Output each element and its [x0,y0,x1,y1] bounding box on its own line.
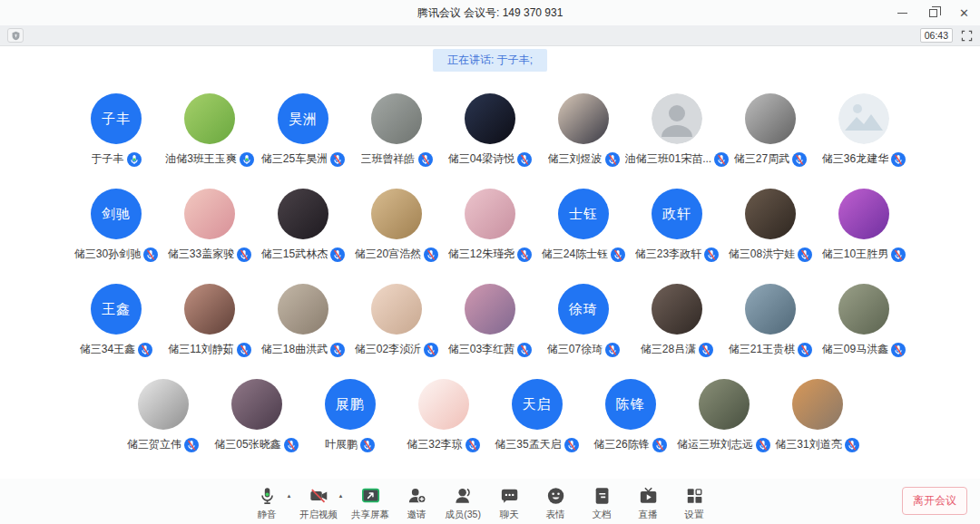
toolbar-video-button[interactable]: 开启视频 [296,485,342,521]
participant-tile[interactable]: 陈锋 储三26陈锋 [583,379,677,451]
toolbar-mute-button[interactable]: 静音 [244,485,290,521]
participant-tile[interactable]: 储三09马洪鑫 [818,284,911,356]
participant-tile[interactable]: 储三12朱瑾尧 [444,189,537,261]
avatar-photo [231,379,282,430]
participant-tile[interactable]: 储三21王贵棋 [724,284,818,356]
toolbar-label: 静音 [258,509,277,521]
participant-tile[interactable]: 油储三班01宋苗... [631,93,724,166]
toolbar-docs-button[interactable]: 文档 [579,485,625,521]
participant-tile[interactable]: 展鹏 叶展鹏 [303,379,397,451]
participant-tile[interactable]: 储三08洪宁娃 [724,189,818,261]
participant-tile[interactable]: 王鑫 储三34王鑫 [70,284,163,356]
participant-tile[interactable]: 政轩 储三23李政轩 [631,189,724,261]
participant-tile[interactable]: 储三33盖家骏 [163,189,257,261]
participant-name: 储三07徐琦 [547,342,603,357]
participant-tile[interactable]: 储三20宫浩然 [350,189,444,261]
participant-name-row: 储三23李政轩 [635,247,719,262]
mic-muted-icon [845,438,859,452]
participant-tile[interactable]: 储三31刘道亮 [770,379,864,451]
participant-name: 储三刘煜波 [548,151,603,167]
security-shield-icon[interactable] [7,28,24,43]
participant-name-row: 储三10王胜男 [822,247,906,262]
participant-name-row: 储三27周武 [734,151,807,167]
toolbar-video-options-caret[interactable]: ▲ [335,493,348,499]
avatar-initials-text: 昊洲 [289,111,318,128]
toolbar-label: 聊天 [500,509,519,521]
participant-tile[interactable]: 子丰 于子丰 [70,93,163,166]
toolbar-chat-button[interactable]: 聊天 [486,485,533,521]
participant-name: 储三30孙剑驰 [74,247,141,262]
minimize-icon[interactable] [897,13,907,14]
participant-tile[interactable]: 储三32李琼 [397,379,490,451]
participant-tile[interactable]: 储三贺立伟 [116,379,210,451]
participant-name: 储三33盖家骏 [168,247,234,262]
toolbar-mute-options-caret[interactable]: ▲ [283,493,296,499]
participant-name-row: 储三11刘静茹 [168,342,250,357]
participant-tile[interactable]: 储三15武林杰 [257,189,350,261]
mic-muted-icon [704,247,719,262]
participant-tile[interactable]: 储三11刘静茹 [163,284,257,356]
speaking-notification: 正在讲话: 于子丰; [433,49,547,72]
avatar-initials-text: 徐琦 [569,301,598,318]
participant-tile[interactable]: 储三刘煜波 [537,93,631,166]
participant-name: 储三24陈士钰 [542,247,608,262]
participant-tile[interactable]: 储三04梁诗悦 [444,93,537,166]
toolbar-share-button[interactable]: 共享屏幕 [348,485,394,521]
mic-muted-icon [517,247,532,262]
avatar-photo [699,379,750,430]
mic-muted-icon [891,152,906,167]
participant-tile[interactable]: 士钰 储三24陈士钰 [537,189,631,261]
participant-name: 储三08洪宁娃 [729,247,795,262]
avatar-initials: 王鑫 [91,284,142,335]
avatar-initials-text: 天启 [523,396,552,413]
participant-name-row: 三班曾祥皓 [361,151,433,167]
avatar-placeholder-landscape [838,93,889,144]
toolbar-invite-button[interactable]: 邀请 [394,485,440,521]
participant-tile[interactable]: 储三05张晓鑫 [210,379,303,451]
avatar-initials: 陈锋 [605,379,656,430]
close-icon[interactable]: ✕ [959,7,969,19]
avatar-initials: 子丰 [91,93,142,144]
share-screen-icon [360,485,380,507]
participant-tile[interactable]: 昊洲 储三25车昊洲 [257,93,350,166]
participant-tile[interactable]: 储三03李红茜 [444,284,537,356]
participant-tile[interactable]: 储运三班刘志远 [677,379,770,451]
participant-name: 储三02李浈沂 [355,342,421,357]
participant-name-row: 储三贺立伟 [127,437,199,452]
toolbar-members-button[interactable]: 成员(35) [440,485,486,521]
mic-muted-icon [184,438,199,452]
participant-name-row: 储三15武林杰 [261,247,345,262]
participant-name: 储三34王鑫 [80,342,135,357]
participant-name-row: 储三28吕潇 [641,342,713,357]
fullscreen-icon[interactable] [961,30,973,42]
toolbar-emoji-button[interactable]: 表情 [533,485,579,521]
participant-tile[interactable]: 储三36龙建华 [818,93,911,166]
toolbar-settings-button[interactable]: 设置 [671,485,718,521]
avatar-photo [465,93,515,144]
participant-name: 储三11刘静茹 [168,342,233,357]
toolbar-label: 邀请 [407,509,426,521]
avatar-photo [371,93,422,144]
participant-tile[interactable]: 剑驰 储三30孙剑驰 [70,189,163,261]
avatar-photo [371,189,422,239]
participant-tile[interactable]: 储三27周武 [724,93,818,166]
participant-tile[interactable]: 储三10王胜男 [818,189,911,261]
restore-icon[interactable] [929,9,937,17]
participant-tile[interactable]: 储三02李浈沂 [350,284,444,356]
participant-name-row: 油储三班01宋苗... [625,151,729,167]
participant-tile[interactable]: 徐琦 储三07徐琦 [537,284,631,356]
participant-tile[interactable]: 天启 储三35孟天启 [490,379,583,451]
mic-muted-icon [891,247,906,262]
participant-name: 储三23李政轩 [635,247,701,262]
leave-meeting-button[interactable]: 离开会议 [902,487,967,515]
settings-icon [684,485,704,507]
main-area: 正在讲话: 于子丰; 子丰 于子丰 油储3班王玉爽 昊洲 储三25车昊洲 三班曾… [0,46,980,524]
statusbar-right: 06:43 [920,28,973,43]
participant-tile[interactable]: 储三28吕潇 [631,284,724,356]
participant-tile[interactable]: 储三18曲洪武 [257,284,350,356]
participant-name: 储三26陈锋 [593,437,649,452]
participant-tile[interactable]: 油储3班王玉爽 [163,93,257,166]
participant-tile[interactable]: 三班曾祥皓 [350,93,444,166]
avatar-photo [745,189,796,239]
toolbar-live-button[interactable]: 直播 [625,485,671,521]
